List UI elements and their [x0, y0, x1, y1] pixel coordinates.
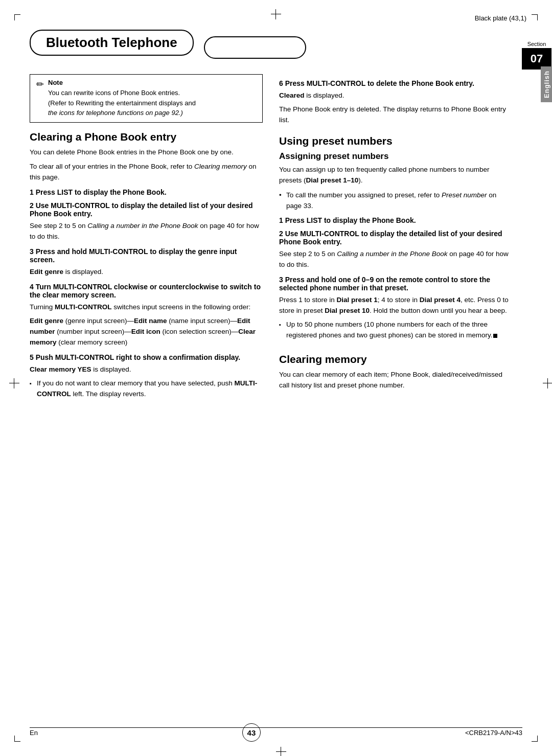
section-label: Section [527, 41, 546, 47]
clearing-memory-heading: Clearing memory [279, 353, 512, 365]
step2-body: See step 2 to 5 on Calling a number in t… [30, 221, 263, 242]
corner-mark-bl [14, 736, 20, 742]
left-column: ✏ Note You can rewrite icons of Phone Bo… [30, 74, 263, 402]
step4-body-intro: Turning MULTI-CONTROL switches input scr… [30, 302, 263, 313]
footer: En 43 <CRB2179-A/N>43 [30, 723, 522, 742]
page: Black plate (43,1) Section 07 English Bl… [0, 0, 552, 756]
en-label: En [30, 729, 38, 737]
right-column: 6 Press MULTI-CONTROL to delete the Phon… [279, 74, 512, 402]
clearing-memory-body: You can clear memory of each item; Phone… [279, 370, 512, 391]
step3-bold: 3 Press and hold MULTI-CONTROL to displa… [30, 247, 263, 264]
step4-body-detail: Edit genre (genre input screen)—Edit nam… [30, 316, 263, 348]
using-step1-bold: 1 Press LIST to display the Phone Book. [279, 216, 512, 224]
note-icon: ✏ [36, 79, 44, 90]
title-oval [204, 36, 306, 59]
using-preset-heading: Using preset numbers [279, 135, 512, 147]
step5-bullet: If you do not want to clear memory that … [30, 378, 263, 400]
step2-bold: 2 Use MULTI-CONTROL to display the detai… [30, 201, 263, 218]
using-step3-body1: Press 1 to store in Dial preset 1; 4 to … [279, 295, 512, 316]
note-text: You can rewrite icons of Phone Book entr… [48, 88, 196, 118]
corner-mark-tr [532, 14, 538, 20]
stop-mark [493, 334, 497, 338]
assigning-bullet1: To call the number you assigned to prese… [279, 190, 512, 212]
step4-bold: 4 Turn MULTI-CONTROL clockwise or counte… [30, 283, 263, 299]
content-area: Bluetooth Telephone ✏ Note You can rewri… [30, 30, 512, 725]
corner-mark-br [532, 736, 538, 742]
title-row: Bluetooth Telephone [30, 30, 512, 65]
step6-body2: The Phone Book entry is deleted. The dis… [279, 104, 512, 126]
clearing-intro1: You can delete Phone Book entries in the… [30, 147, 263, 158]
note-content: Note You can rewrite icons of Phone Book… [48, 79, 196, 118]
crb-code: <CRB2179-A/N>43 [465, 729, 522, 737]
note-label: Note [48, 79, 196, 86]
english-sidebar-label: English [541, 66, 552, 102]
using-step3-bold: 3 Press and hold one of 0–9 on the remot… [279, 276, 512, 292]
step5-body1: Clear memory YES is displayed. [30, 364, 263, 375]
clearing-intro2: To clear all of your entries in the Phon… [30, 162, 263, 183]
note-box: ✏ Note You can rewrite icons of Phone Bo… [30, 74, 263, 123]
step6-body1: Cleared is displayed. [279, 90, 512, 101]
plate-text: Black plate (43,1) [475, 14, 526, 22]
two-column-layout: ✏ Note You can rewrite icons of Phone Bo… [30, 74, 512, 402]
corner-mark-tl [14, 14, 20, 20]
page-title: Bluetooth Telephone [30, 30, 194, 56]
assigning-body1: You can assign up to ten frequently call… [279, 165, 512, 186]
step5-bold: 5 Push MULTI-CONTROL right to show a con… [30, 353, 263, 361]
section-badge: Section 07 [521, 41, 552, 70]
step6-bold: 6 Press MULTI-CONTROL to delete the Phon… [279, 79, 512, 87]
clearing-phonebook-heading: Clearing a Phone Book entry [30, 131, 263, 143]
using-step2-body: See step 2 to 5 on Calling a number in t… [279, 249, 512, 270]
assigning-preset-heading: Assigning preset numbers [279, 151, 512, 162]
using-step3-bullet: Up to 50 phone numbers (10 phone numbers… [279, 319, 512, 341]
step3-body: Edit genre is displayed. [30, 267, 263, 278]
page-number: 43 [242, 723, 261, 742]
using-step2-bold: 2 Use MULTI-CONTROL to display the detai… [279, 230, 512, 246]
step1-bold: 1 Press LIST to display the Phone Book. [30, 188, 263, 196]
top-cross [271, 9, 281, 19]
